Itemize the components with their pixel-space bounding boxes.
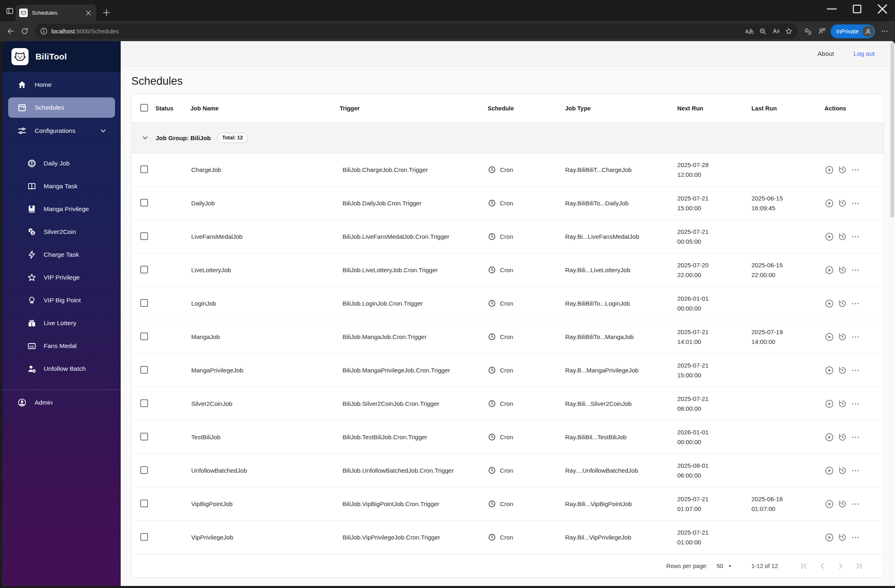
job-history-button[interactable] — [838, 466, 847, 476]
run-job-button[interactable] — [824, 399, 834, 409]
run-job-button[interactable] — [824, 198, 834, 208]
more-actions-button[interactable] — [851, 232, 860, 242]
job-name: LiveFansMedalJob — [190, 233, 340, 240]
browser-menu-button[interactable] — [877, 24, 891, 38]
job-history-button[interactable] — [838, 399, 847, 409]
sidebar-item-live-lottery[interactable]: Live Lottery — [8, 313, 115, 333]
row-checkbox[interactable] — [140, 232, 148, 240]
more-actions-button[interactable] — [851, 499, 860, 509]
rows-per-page-caret-icon[interactable] — [726, 562, 734, 570]
row-checkbox[interactable] — [140, 366, 148, 374]
next-page-button[interactable] — [836, 561, 846, 571]
sidebar-item-fans-medal[interactable]: CC Fans Medal — [8, 336, 115, 356]
workspaces-icon[interactable] — [5, 7, 14, 15]
job-history-button[interactable] — [838, 533, 847, 542]
read-aloud-icon[interactable] — [769, 25, 782, 38]
page-scrollbar[interactable] — [889, 41, 895, 586]
row-checkbox[interactable] — [140, 533, 148, 541]
row-checkbox[interactable] — [140, 266, 148, 273]
row-checkbox[interactable] — [140, 399, 148, 407]
more-actions-button[interactable] — [851, 366, 860, 375]
run-job-button[interactable] — [824, 432, 834, 442]
job-history-button[interactable] — [838, 299, 847, 308]
sidebar-item-vip-privilege[interactable]: VIP Privilege — [8, 267, 115, 288]
more-actions-button[interactable] — [851, 265, 860, 275]
scrollbar-thumb[interactable] — [891, 42, 894, 218]
more-actions-button[interactable] — [851, 533, 860, 542]
more-actions-button[interactable] — [851, 466, 860, 476]
run-job-button[interactable] — [824, 165, 834, 175]
job-history-button[interactable] — [838, 265, 847, 275]
row-checkbox[interactable] — [140, 433, 148, 440]
job-history-button[interactable] — [838, 499, 847, 509]
sidebar-item-daily-job[interactable]: Daily Job — [8, 153, 115, 174]
sidebar-item-manga-task[interactable]: Manga Task — [8, 176, 115, 196]
sidebar-item-configurations[interactable]: Configurations — [8, 121, 115, 141]
job-history-button[interactable] — [838, 165, 847, 175]
schedule-cell: Cron — [488, 299, 565, 308]
row-checkbox[interactable] — [140, 500, 148, 507]
minimize-button[interactable] — [819, 0, 844, 18]
translate-icon[interactable]: aあ — [743, 25, 756, 38]
row-checkbox[interactable] — [140, 165, 148, 173]
last-page-button[interactable] — [854, 561, 864, 571]
sidebar-item-unfollow-batch[interactable]: Unfollow Batch — [8, 359, 115, 379]
sidebar-item-home[interactable]: Home — [8, 75, 115, 95]
more-actions-button[interactable] — [851, 399, 860, 409]
browser-feedback-icon[interactable] — [815, 24, 829, 38]
sidebar-item-vip-big-point[interactable]: VIP Big Point — [8, 290, 115, 311]
run-job-button[interactable] — [824, 466, 834, 476]
sidebar-item-manga-privilege[interactable]: Manga Privilege — [8, 199, 115, 219]
table-pagination: Rows per page: 50 1-12 of 12 — [132, 554, 884, 577]
more-actions-button[interactable] — [851, 198, 860, 208]
next-run: 2025-08-0106:00:00 — [677, 461, 751, 480]
logout-link[interactable]: Log out — [853, 50, 875, 57]
run-job-button[interactable] — [824, 265, 834, 275]
row-checkbox[interactable] — [140, 199, 148, 207]
browser-tab[interactable]: Schedules — [15, 4, 96, 21]
more-actions-button[interactable] — [851, 165, 860, 175]
new-tab-button[interactable] — [101, 7, 112, 18]
first-page-button[interactable] — [799, 561, 809, 571]
run-job-button[interactable] — [824, 299, 834, 308]
inprivate-badge[interactable]: InPrivate — [831, 24, 875, 38]
more-actions-button[interactable] — [851, 299, 860, 308]
job-group-row[interactable]: Job Group: BiliJob Total: 12 — [132, 123, 884, 153]
run-job-button[interactable] — [824, 366, 834, 375]
refresh-button[interactable] — [18, 24, 31, 38]
run-job-button[interactable] — [824, 499, 834, 509]
zoom-out-icon[interactable] — [756, 25, 769, 38]
site-info-icon[interactable] — [39, 26, 49, 36]
job-history-button[interactable] — [838, 332, 847, 342]
maximize-button[interactable] — [844, 0, 870, 18]
row-checkbox[interactable] — [140, 466, 148, 474]
prev-page-button[interactable] — [818, 561, 827, 571]
sidebar-item-silver2coin[interactable]: €$ Silver2Coin — [8, 222, 115, 242]
sidebar-item-charge-task[interactable]: Charge Task — [8, 244, 115, 265]
back-button[interactable] — [4, 24, 18, 38]
job-history-button[interactable] — [838, 232, 847, 242]
row-checkbox[interactable] — [140, 299, 148, 307]
favorites-icon[interactable] — [801, 24, 815, 38]
about-link[interactable]: About — [818, 50, 834, 57]
group-collapse-chevron-icon[interactable] — [141, 133, 150, 142]
job-history-button[interactable] — [838, 432, 847, 442]
job-trigger: BiliJob.VipBigPointJob.Cron.Trigger — [340, 500, 488, 507]
sidebar-item-admin[interactable]: Admin — [8, 392, 115, 413]
row-checkbox[interactable] — [140, 333, 148, 340]
add-favorite-icon[interactable] — [782, 25, 796, 38]
medal-icon — [27, 295, 37, 305]
rows-per-page-value[interactable]: 50 — [717, 563, 723, 569]
more-actions-button[interactable] — [851, 332, 860, 342]
run-job-button[interactable] — [824, 533, 834, 542]
close-window-button[interactable] — [870, 0, 895, 18]
job-history-button[interactable] — [838, 366, 847, 375]
run-job-button[interactable] — [824, 332, 834, 342]
tab-close-icon[interactable] — [84, 9, 93, 18]
more-actions-button[interactable] — [851, 432, 860, 442]
address-bar[interactable]: localhost:5000/Schedules aあ — [35, 24, 798, 39]
run-job-button[interactable] — [824, 232, 834, 242]
sidebar-item-schedules[interactable]: Schedules — [8, 97, 115, 118]
select-all-checkbox[interactable] — [140, 104, 148, 112]
job-history-button[interactable] — [838, 198, 847, 208]
